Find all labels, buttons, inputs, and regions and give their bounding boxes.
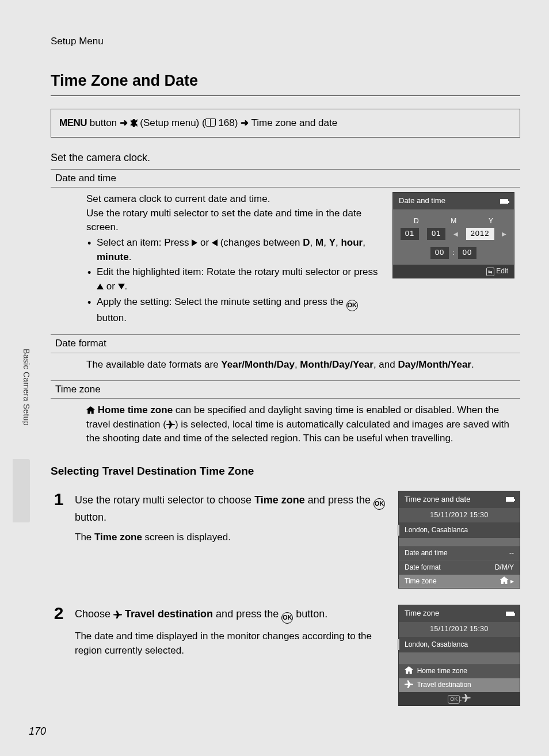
lcd-location: London, Casablanca: [399, 522, 520, 538]
text: and press the: [305, 494, 373, 506]
lcd-home-time-zone: Home time zone: [399, 664, 520, 678]
lcd-month-value: 01: [427, 228, 445, 240]
lcd-screen-tz: Time zone 15/11/2012 15:30 London, Casab…: [398, 605, 520, 706]
text: Choose: [75, 608, 113, 620]
list-item: Select an item: Press or (changes betwee…: [94, 236, 381, 264]
ok-button-icon: OK: [281, 612, 293, 624]
format-option: Month/Day/Year: [300, 359, 373, 370]
text: Apply the setting: Select the minute set…: [97, 296, 346, 307]
page-number: 170: [29, 724, 46, 739]
arrow-right-icon: ➜: [241, 117, 249, 128]
text: (changes between: [218, 237, 303, 248]
text: The: [75, 532, 94, 543]
bold-label: Home time zone: [98, 404, 173, 415]
step-number: 2: [51, 605, 67, 622]
label: Home time zone: [417, 667, 467, 675]
step-sub: The Time zone screen is displayed.: [75, 530, 390, 545]
arrow-right-icon: ➜: [120, 117, 128, 128]
step-lead: Use the rotary multi selector to choose …: [75, 492, 390, 525]
lcd-label-y: Y: [489, 216, 493, 226]
label: Time zone: [405, 576, 437, 586]
breadcrumb: Setup Menu: [51, 35, 520, 49]
bold-items: D: [303, 237, 310, 248]
lcd-hour-value: 00: [430, 247, 449, 259]
text-line: Use the rotary multi selector to set the…: [86, 207, 381, 235]
lcd-travel-destination-selected: Travel destination: [399, 678, 520, 692]
step-sub: The date and time displayed in the monit…: [75, 629, 390, 658]
step-1: 1 Use the rotary multi selector to choos…: [51, 491, 520, 589]
text: Edit the highlighted item: Rotate the ro…: [97, 266, 378, 277]
wrench-icon: [131, 117, 138, 128]
bold: Travel destination: [125, 608, 213, 620]
text: button.: [293, 608, 327, 620]
lcd-screen-tz-date: Time zone and date 15/11/2012 15:30 Lond…: [398, 491, 520, 589]
lcd-day-value: 01: [401, 228, 419, 240]
lcd-home-indicator: ▸: [500, 576, 514, 586]
nav-dest: Time zone and date: [251, 117, 338, 128]
text: .: [125, 281, 128, 292]
lcd-title: Time zone and date: [405, 494, 470, 505]
plane-icon: [405, 680, 413, 688]
section-header-date-format: Date format: [51, 334, 520, 353]
text: button.: [97, 312, 127, 323]
text: .: [471, 359, 474, 370]
side-tab-indicator: [13, 459, 30, 522]
text: button.: [75, 511, 106, 523]
lcd-title: Time zone: [405, 608, 439, 619]
bold: Time zone: [254, 494, 305, 506]
home-icon: [405, 666, 413, 674]
ok-button-icon: OK: [346, 300, 358, 311]
plane-icon: [113, 610, 122, 618]
text: screen is displayed.: [142, 532, 231, 543]
page-title: Time Zone and Date: [51, 70, 520, 96]
lcd-datetime: 15/11/2012 15:30: [399, 508, 520, 522]
menu-label: MENU: [59, 117, 87, 128]
value: --: [509, 548, 514, 558]
lcd-location: London, Casablanca: [399, 637, 520, 652]
lcd-title: Date and time: [399, 196, 445, 207]
manual-page-icon: [205, 117, 216, 128]
lcd-menu-item: Date format D/M/Y: [399, 560, 520, 574]
right-triangle-icon: [192, 239, 197, 246]
text: , and: [373, 359, 398, 370]
bullet-list: Select an item: Press or (changes betwee…: [86, 236, 381, 325]
step-lead: Choose Travel destination and press the …: [75, 606, 390, 624]
intro-text: Set the camera clock.: [51, 150, 520, 165]
side-tab-label: Basic Camera Setup: [21, 349, 32, 426]
step-number: 1: [51, 491, 67, 508]
lcd-screen-date-time: Date and time D M Y 01 01 ◀ 2012 ▶ 00: [392, 192, 514, 278]
section-body-time-zone: Home time zone can be specified and dayl…: [86, 399, 520, 454]
plane-icon: [462, 694, 471, 702]
text: .: [129, 251, 132, 262]
text: or: [197, 237, 212, 248]
lcd-label-m: M: [451, 216, 456, 226]
nav-button-word: button: [90, 117, 117, 128]
subheading: Selecting Travel Destination Time Zone: [51, 463, 520, 479]
down-triangle-icon: [118, 284, 125, 289]
bold: Time zone: [94, 532, 142, 543]
text: and press the: [213, 608, 281, 620]
text: ,: [295, 359, 300, 370]
lcd-datetime: 15/11/2012 15:30: [399, 622, 520, 636]
section-body-date-format: The available date formats are Year/Mont…: [86, 353, 520, 380]
nav-path-box: MENU button ➜ (Setup menu) ( 168) ➜ Time…: [51, 109, 520, 138]
up-triangle-icon: [97, 284, 104, 289]
lcd-year-value: 2012: [466, 228, 494, 240]
left-triangle-icon: [212, 239, 218, 246]
lcd-menu-item: Date and time --: [399, 546, 520, 560]
label: Date and time: [405, 548, 448, 558]
lcd-label-d: D: [414, 216, 419, 226]
text: Select an item: Press: [97, 237, 192, 248]
text: or: [104, 281, 118, 292]
battery-icon: [500, 199, 508, 204]
list-item: Apply the setting: Select the minute set…: [94, 295, 381, 326]
text: The available date formats are: [86, 359, 221, 370]
ok-button-icon: OK: [373, 498, 385, 510]
text-line: Set camera clock to current date and tim…: [86, 192, 381, 207]
home-icon: [86, 406, 95, 414]
label: Travel destination: [417, 681, 471, 689]
label: Date format: [405, 563, 441, 572]
text: Use the rotary multi selector to choose: [75, 494, 254, 506]
value: D/M/Y: [495, 563, 514, 572]
lcd-edit-label: Edit: [496, 267, 508, 275]
